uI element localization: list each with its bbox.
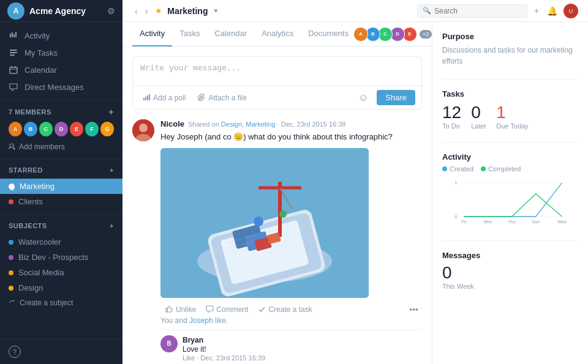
tab-tasks[interactable]: Tasks <box>172 22 207 46</box>
task-todo: 12 To Do <box>442 103 461 130</box>
tab-analytics[interactable]: Analytics <box>254 22 301 46</box>
svg-text:Thu: Thu <box>508 219 516 224</box>
divider <box>442 240 578 241</box>
channel-content: Activity Tasks Calendar Analytics Docume… <box>123 22 432 364</box>
avatar[interactable]: A <box>353 27 368 42</box>
tab-calendar[interactable]: Calendar <box>207 22 254 46</box>
messages-section: Messages 0 This Week <box>442 251 578 290</box>
avatar[interactable]: G <box>100 122 114 136</box>
add-subject-icon[interactable]: + <box>110 222 114 229</box>
add-icon[interactable]: ＋ <box>532 6 541 17</box>
create-task-button[interactable]: Create a task <box>253 303 317 316</box>
message-icon <box>9 82 18 92</box>
share-button[interactable]: Share <box>377 90 415 105</box>
post-author-name: Nicole <box>160 119 184 128</box>
add-poll-label: Add a poll <box>153 94 186 102</box>
notification-icon[interactable]: 🔔 <box>547 6 557 16</box>
svg-point-11 <box>10 144 13 147</box>
navigation-arrows: ‹ › <box>132 5 150 17</box>
purpose-title: Purpose <box>442 32 578 41</box>
forward-arrow[interactable]: › <box>143 5 151 17</box>
liker-name-link[interactable]: Joseph <box>189 316 213 325</box>
divider <box>442 79 578 80</box>
avatar[interactable]: D <box>55 122 68 136</box>
sidebar-item-design[interactable]: Design <box>0 280 123 295</box>
tab-activity[interactable]: Activity <box>132 22 172 46</box>
sidebar-item-activity[interactable]: Activity <box>0 27 123 44</box>
comment-body: Bryan Love it! Like · Dec, 23rd 2015 16:… <box>183 335 422 362</box>
svg-text:Mon: Mon <box>484 219 492 224</box>
sidebar-item-label: Direct Messages <box>24 83 84 92</box>
svg-text:Wed: Wed <box>557 219 567 224</box>
search-input[interactable] <box>434 7 522 15</box>
subject-dot <box>9 240 13 245</box>
user-avatar[interactable]: U <box>564 4 578 18</box>
subject-dot <box>9 255 13 260</box>
sidebar-item-direct-messages[interactable]: Direct Messages <box>0 78 123 95</box>
activity-feed[interactable]: Add a poll Attach a file ☺ Share <box>123 46 432 364</box>
right-panel: Purpose Discussions and tasks for our ma… <box>432 22 588 364</box>
post-author-avatar <box>132 119 154 141</box>
post-header: Nicole Shared on Design, Marketing · Dec… <box>160 119 422 128</box>
more-members-badge[interactable]: +2 <box>420 30 432 39</box>
sidebar-item-label: Calendar <box>24 65 57 75</box>
post-actions: Unlike Comment Create a task • <box>160 303 422 316</box>
svg-rect-17 <box>143 98 145 100</box>
tasks-title: Tasks <box>442 89 578 98</box>
search-icon: 🔍 <box>423 7 431 15</box>
app-logo: A <box>7 2 24 20</box>
sidebar-item-calendar[interactable]: Calendar <box>0 61 123 78</box>
top-bar-icons: ＋ 🔔 U <box>532 4 578 18</box>
avatar[interactable]: E <box>70 122 83 136</box>
sidebar-item-marketing[interactable]: ★ Marketing <box>0 179 123 194</box>
unlike-button[interactable]: Unlike <box>160 303 201 316</box>
avatar[interactable]: F <box>85 122 99 136</box>
activity-section: Activity Created Completed 1 0 <box>442 152 578 228</box>
help-icon[interactable]: ? <box>9 346 21 358</box>
tab-documents[interactable]: Documents <box>301 22 356 46</box>
emoji-icon[interactable]: ☺ <box>358 92 368 103</box>
post-meta: Shared on Design, Marketing · Dec, 23rd … <box>188 121 345 128</box>
svg-text:Sun: Sun <box>532 219 540 224</box>
sidebar-item-label: Activity <box>24 31 50 40</box>
avatar[interactable]: C <box>39 122 53 136</box>
task-due-today: 1 Due Today <box>496 103 528 130</box>
add-poll-button[interactable]: Add a poll <box>139 92 189 104</box>
comment-button[interactable]: Comment <box>201 303 253 316</box>
channel-chevron-icon[interactable]: ▼ <box>213 7 219 14</box>
favorite-star-icon[interactable]: ★ <box>155 6 162 15</box>
members-count-label: 7 MEMBERS <box>9 108 51 116</box>
activity-icon <box>9 31 18 40</box>
starred-section: STARRED + ★ Marketing Clients <box>0 159 123 215</box>
message-input[interactable] <box>133 57 421 84</box>
post: Nicole Shared on Design, Marketing · Dec… <box>132 119 422 362</box>
avatar[interactable]: A <box>9 122 22 136</box>
star-icon: ★ <box>9 184 15 190</box>
attach-file-button[interactable]: Attach a file <box>194 92 251 104</box>
post-more-button[interactable]: ••• <box>405 303 422 316</box>
create-subject-button[interactable]: Create a subject <box>0 295 123 310</box>
marketing-link[interactable]: Marketing <box>246 121 275 128</box>
app-name: Acme Agency <box>29 6 107 16</box>
sidebar-item-clients[interactable]: Clients <box>0 194 123 209</box>
design-link[interactable]: Design <box>221 121 242 128</box>
settings-icon[interactable]: ⚙ <box>107 6 115 16</box>
search-bar[interactable]: 🔍 <box>417 4 527 18</box>
starred-label: STARRED <box>9 166 43 174</box>
svg-point-22 <box>139 124 148 132</box>
sidebar-item-label: My Tasks <box>24 48 58 58</box>
sidebar-item-biz-dev[interactable]: Biz Dev - Prospects <box>0 250 123 265</box>
sidebar-item-watercooler[interactable]: Watercooler <box>0 234 123 250</box>
back-arrow[interactable]: ‹ <box>132 5 140 17</box>
purpose-description: Discussions and tasks for our marketing … <box>442 45 578 67</box>
sidebar-item-my-tasks[interactable]: My Tasks <box>0 44 123 61</box>
add-member-icon[interactable]: + <box>108 107 114 117</box>
sidebar-item-social-media[interactable]: Social Media <box>0 265 123 280</box>
add-starred-icon[interactable]: + <box>110 166 114 174</box>
svg-text:0: 0 <box>454 214 458 219</box>
post-text: Hey Joseph (and co 😑) what do you think … <box>160 131 422 143</box>
comment-meta: Like · Dec, 23rd 2015 16:39 <box>183 354 422 362</box>
add-members-button[interactable]: Add members <box>9 141 114 152</box>
avatar[interactable]: B <box>24 122 37 136</box>
svg-rect-6 <box>10 54 15 56</box>
